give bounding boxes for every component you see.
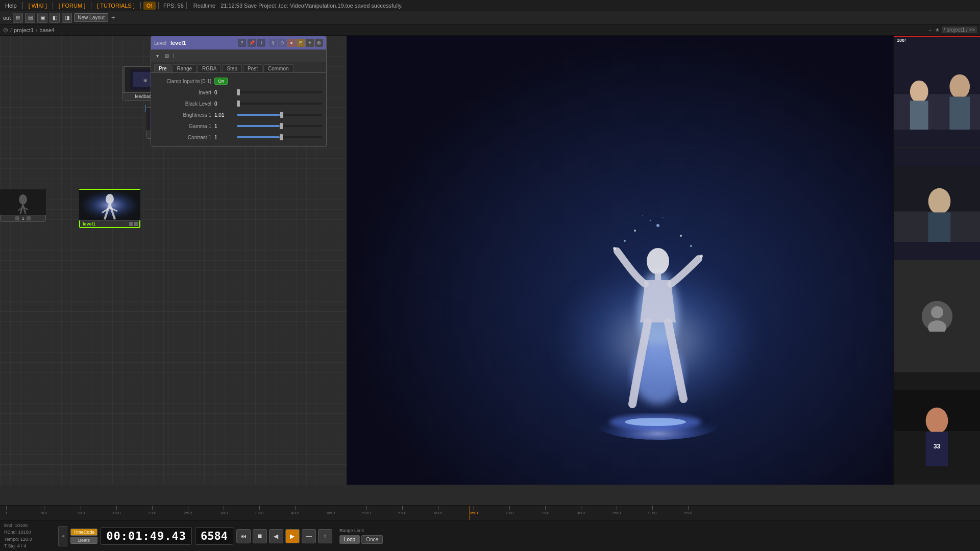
transport-prev-btn[interactable]: ◀	[269, 529, 283, 543]
timecode-mode-btns: TimeCode Beats	[70, 529, 97, 544]
separator	[140, 2, 141, 9]
main-area: ▣ feedback2 no	[0, 36, 980, 485]
timeline-area: 1 501 1001 1501 2001 2501 3001 3501	[0, 505, 980, 520]
range-label: Range Limit	[339, 528, 364, 533]
breadcrumb-project1[interactable]: project1	[14, 27, 34, 33]
transport-plus-btn[interactable]: +	[318, 529, 332, 543]
tick-3501: 3501	[255, 506, 264, 520]
param-icon-plus[interactable]: +	[306, 39, 314, 47]
transport-stop-btn[interactable]: ⏹	[253, 529, 267, 543]
param-contrast-thumb	[280, 134, 283, 140]
svg-point-20	[106, 194, 114, 204]
param-invert-slider[interactable]	[237, 91, 322, 93]
timeline-ruler[interactable]: 1 501 1001 1501 2001 2501 3001 3501	[0, 506, 980, 520]
param-icon-expression[interactable]: E	[297, 39, 305, 47]
svg-point-27	[624, 240, 626, 242]
toolbar-btn-1[interactable]: ▤	[25, 13, 35, 23]
nav-back-icon[interactable]: ←	[928, 27, 933, 33]
param-icon-python[interactable]: ⊙	[278, 39, 286, 47]
svg-point-33	[650, 220, 651, 221]
node-level1[interactable]: level1	[79, 189, 140, 228]
param-blacklevel-value: 0	[214, 101, 235, 107]
once-btn[interactable]: Once	[361, 535, 383, 544]
param-brightness-fill	[237, 114, 280, 116]
param-toolbar-btn-2[interactable]: ⊞	[163, 52, 171, 60]
new-layout-btn[interactable]: New Layout	[74, 13, 108, 22]
node-level1-port-right[interactable]	[134, 222, 138, 226]
tab-step[interactable]: Step	[222, 64, 242, 72]
param-icon-3[interactable]: I	[257, 39, 265, 47]
param-toolbar-btn-1[interactable]: ▾	[154, 52, 161, 60]
param-icon-settings[interactable]: ⊛	[315, 39, 323, 47]
loop-btn[interactable]: Loop	[339, 535, 360, 544]
tick-1501: 1501	[112, 506, 121, 520]
frame-display[interactable]: 6584	[195, 527, 233, 545]
param-blacklevel-label: Black Level	[153, 101, 214, 107]
toolbar-grid-btn[interactable]: ⊞	[13, 13, 23, 23]
param-contrast-value: 1	[214, 135, 235, 140]
toolbar-btn-2[interactable]: ▣	[37, 13, 47, 23]
webcam-red-bar-1	[894, 36, 980, 37]
node-anon[interactable]: 1	[0, 189, 46, 222]
param-blacklevel-slider[interactable]	[237, 103, 322, 105]
tick-5001: 5001	[362, 506, 372, 520]
param-icons: ? 📌 I ⊻ ⊙ ● E + ⊛	[238, 39, 323, 47]
toolbar-btn-3[interactable]: ◧	[50, 13, 60, 23]
param-gamma-thumb	[280, 123, 283, 129]
webcam-slot-4: 33	[894, 372, 980, 485]
tick-8501: 8501	[612, 506, 622, 520]
tab-post[interactable]: Post	[243, 64, 262, 72]
tick-7001: 7001	[505, 506, 514, 520]
timecode-display[interactable]: 00:01:49.43	[101, 527, 192, 545]
menu-wiki[interactable]: [ WIKI ]	[26, 2, 50, 10]
param-icon-2[interactable]: 📌	[248, 39, 256, 47]
param-icon-link[interactable]: ⊻	[269, 39, 277, 47]
nav-bookmark-icon[interactable]: ★	[935, 27, 940, 33]
tab-pre[interactable]: Pre	[154, 64, 172, 72]
menu-tutorials[interactable]: [ TUTORIALS ]	[94, 2, 138, 10]
port-left[interactable]	[15, 216, 19, 220]
add-layout-icon[interactable]: +	[111, 14, 115, 21]
param-gamma-fill	[237, 125, 280, 127]
menu-forum[interactable]: [ FORUM ]	[56, 2, 89, 10]
node-level1-port-left[interactable]	[129, 222, 133, 226]
beats-btn[interactable]: Beats	[70, 537, 97, 544]
range-buttons: Loop Once	[339, 535, 383, 544]
timeline-playhead[interactable]	[470, 506, 470, 520]
param-icon-1[interactable]: ?	[238, 39, 246, 47]
step-left-btn[interactable]: ◀	[58, 526, 67, 546]
param-gamma-value: 1	[214, 123, 235, 129]
node-level1-label: level1	[81, 221, 128, 227]
toolbar-btn-4[interactable]: ◨	[62, 13, 72, 23]
param-gamma-slider[interactable]	[237, 125, 322, 127]
svg-point-46	[928, 188, 951, 215]
param-clamp-btn[interactable]: On	[214, 78, 228, 85]
param-tabs: Pre Range RGBA Step Post Common	[151, 62, 326, 73]
param-title-name: level1	[170, 40, 186, 46]
timecode-btn[interactable]: TimeCode	[70, 529, 97, 536]
param-toolbar: ▾ ⊞ I	[151, 49, 326, 62]
breadcrumb-base4[interactable]: base4	[39, 27, 55, 33]
transport-play-btn[interactable]: ▶	[285, 529, 300, 543]
port-right[interactable]	[27, 216, 31, 220]
param-icon-record[interactable]: ●	[287, 39, 296, 47]
param-brightness-slider[interactable]	[237, 114, 322, 116]
tab-common[interactable]: Common	[263, 64, 293, 72]
tick-2501: 2501	[184, 506, 193, 520]
param-contrast-slider[interactable]	[237, 136, 322, 138]
menu-help[interactable]: Help	[2, 2, 20, 10]
svg-point-32	[656, 224, 659, 227]
preview-canvas	[347, 36, 980, 485]
tab-range[interactable]: Range	[173, 64, 197, 72]
nav-icon-home[interactable]: ◎	[3, 27, 8, 33]
transport-skip-back-btn[interactable]: ⏮	[236, 529, 251, 543]
param-blacklevel-thumb	[237, 101, 240, 107]
node-level1-thumb	[79, 190, 140, 220]
node-editor[interactable]: ▣ feedback2 no	[0, 36, 347, 485]
op-icon[interactable]: O!	[143, 2, 156, 10]
param-contrast-label: Contrast 1	[153, 135, 214, 140]
transport-next-btn[interactable]: —	[302, 529, 316, 543]
svg-text:▣: ▣	[143, 78, 148, 83]
dancer-container	[569, 210, 747, 440]
tab-rgba[interactable]: RGBA	[198, 64, 221, 72]
